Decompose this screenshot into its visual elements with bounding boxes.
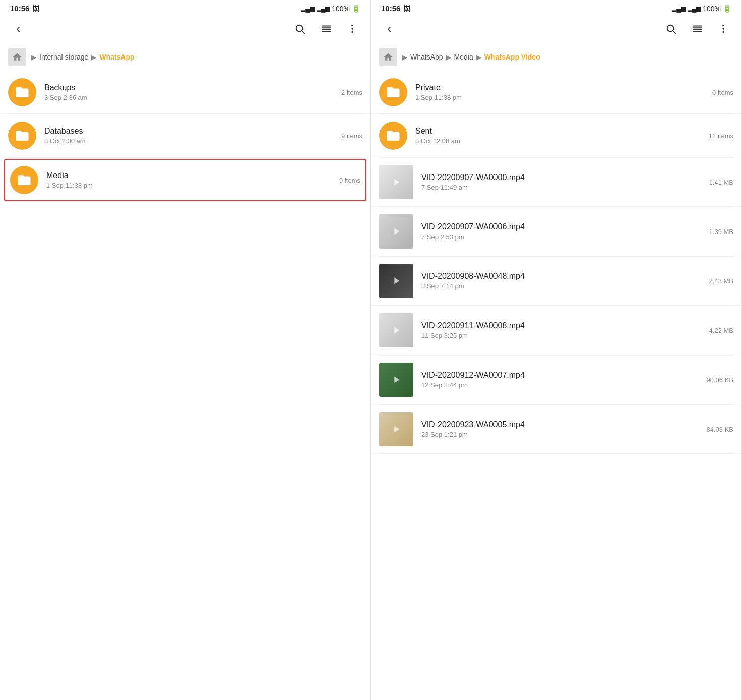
video-info-2: VID-20200908-WA0048.mp4 8 Sep 7:14 pm	[421, 272, 705, 290]
folder-sent[interactable]: Sent 8 Oct 12:08 am 12 items	[371, 114, 741, 157]
right-panel: 10:56 🖼 ▂▄▆ ▂▄▆ 100% 🔋 ‹	[371, 0, 742, 700]
left-status-bar: 10:56 🖼 ▂▄▆ ▂▄▆ 100% 🔋	[0, 0, 370, 15]
private-count: 0 items	[708, 89, 733, 96]
right-signal: ▂▄▆	[672, 5, 686, 12]
video-info-1: VID-20200907-WA0006.mp4 7 Sep 2:53 pm	[421, 222, 705, 241]
left-time: 10:56	[10, 4, 29, 13]
left-more-button[interactable]	[342, 19, 362, 39]
right-breadcrumb: ▶ WhatsApp ▶ Media ▶ WhatsApp Video	[371, 43, 741, 71]
private-folder-icon	[379, 78, 407, 106]
video-item-1[interactable]: VID-20200907-WA0006.mp4 7 Sep 2:53 pm 1.…	[371, 207, 741, 256]
video-name-3: VID-20200911-WA0008.mp4	[421, 321, 705, 330]
left-breadcrumb-active[interactable]: WhatsApp	[99, 53, 134, 61]
databases-folder-icon	[8, 122, 36, 150]
folder-media[interactable]: Media 1 Sep 11:38 pm 9 items	[4, 159, 366, 201]
video-thumb-4	[379, 363, 413, 397]
right-breadcrumb-active[interactable]: WhatsApp Video	[484, 53, 540, 61]
svg-point-17	[722, 31, 724, 33]
video-date-5: 23 Sep 1:21 pm	[421, 431, 703, 438]
right-breadcrumb-media[interactable]: Media	[454, 53, 473, 61]
backups-count: 2 items	[337, 89, 362, 96]
svg-point-7	[351, 28, 353, 29]
video-date-1: 7 Sep 2:53 pm	[421, 233, 705, 241]
backups-info: Backups 3 Sep 2:36 am	[44, 83, 337, 101]
right-home-icon[interactable]	[379, 48, 397, 66]
databases-date: 8 Oct 2:00 am	[44, 137, 337, 145]
right-screenshot-icon: 🖼	[403, 5, 410, 13]
video-info-3: VID-20200911-WA0008.mp4 11 Sep 3:25 pm	[421, 321, 705, 339]
left-search-button[interactable]	[290, 19, 310, 39]
video-item-4[interactable]: VID-20200912-WA0007.mp4 12 Sep 8:44 pm 9…	[371, 356, 741, 404]
svg-point-8	[351, 31, 353, 33]
right-more-button[interactable]	[713, 19, 733, 39]
left-signal: ▂▄▆	[301, 5, 315, 12]
left-signal2: ▂▄▆	[317, 5, 330, 12]
left-screenshot-icon: 🖼	[32, 5, 39, 13]
left-list-view-button[interactable]	[316, 19, 336, 39]
left-back-button[interactable]: ‹	[8, 19, 28, 39]
video-thumb-0	[379, 165, 413, 199]
databases-info: Databases 8 Oct 2:00 am	[44, 127, 337, 145]
video-size-3: 4.22 MB	[705, 327, 733, 334]
video-name-1: VID-20200907-WA0006.mp4	[421, 222, 705, 231]
video-name-2: VID-20200908-WA0048.mp4	[421, 272, 705, 281]
video-info-0: VID-20200907-WA0000.mp4 7 Sep 11:49 am	[421, 173, 705, 191]
right-breadcrumb-chevron2: ▶	[446, 53, 451, 61]
right-action-bar: ‹	[371, 15, 741, 43]
right-search-button[interactable]	[661, 19, 681, 39]
left-breadcrumb: ▶ Internal storage ▶ WhatsApp	[0, 43, 370, 71]
backups-name: Backups	[44, 83, 337, 92]
right-status-bar: 10:56 🖼 ▂▄▆ ▂▄▆ 100% 🔋	[371, 0, 741, 15]
folder-private[interactable]: Private 1 Sep 11:38 pm 0 items	[371, 71, 741, 114]
video-thumb-2	[379, 264, 413, 298]
svg-point-6	[351, 25, 353, 26]
folder-backups[interactable]: Backups 3 Sep 2:36 am 2 items	[0, 71, 370, 114]
video-size-2: 2.43 MB	[705, 277, 733, 285]
right-battery-icon: 🔋	[723, 5, 731, 13]
video-thumb-3	[379, 313, 413, 347]
video-name-5: VID-20200923-WA0005.mp4	[421, 420, 703, 429]
folder-databases[interactable]: Databases 8 Oct 2:00 am 9 items	[0, 114, 370, 157]
left-battery-icon: 🔋	[352, 5, 360, 13]
video-item-0[interactable]: VID-20200907-WA0000.mp4 7 Sep 11:49 am 1…	[371, 158, 741, 207]
private-name: Private	[415, 83, 708, 92]
left-file-list: Backups 3 Sep 2:36 am 2 items Databases …	[0, 71, 370, 700]
sent-date: 8 Oct 12:08 am	[415, 137, 705, 145]
right-breadcrumb-chevron1: ▶	[402, 53, 407, 61]
media-name: Media	[46, 171, 335, 180]
media-count: 9 items	[335, 177, 360, 184]
left-breadcrumb-internal[interactable]: Internal storage	[39, 53, 88, 61]
video-thumb-1	[379, 214, 413, 249]
video-item-3[interactable]: VID-20200911-WA0008.mp4 11 Sep 3:25 pm 4…	[371, 306, 741, 355]
video-thumb-5	[379, 412, 413, 446]
video-item-5[interactable]: VID-20200923-WA0005.mp4 23 Sep 1:21 pm 8…	[371, 405, 741, 454]
sent-name: Sent	[415, 127, 705, 136]
right-back-button[interactable]: ‹	[379, 19, 399, 39]
video-info-4: VID-20200912-WA0007.mp4 12 Sep 8:44 pm	[421, 371, 703, 389]
video-size-1: 1.39 MB	[705, 228, 733, 236]
video-item-2[interactable]: VID-20200908-WA0048.mp4 8 Sep 7:14 pm 2.…	[371, 257, 741, 306]
right-breadcrumb-whatsapp[interactable]: WhatsApp	[410, 53, 443, 61]
video-name-0: VID-20200907-WA0000.mp4	[421, 173, 705, 182]
left-home-icon[interactable]	[8, 48, 26, 66]
right-battery-pct: 100%	[703, 5, 721, 13]
right-list-view-button[interactable]	[687, 19, 707, 39]
svg-line-1	[302, 31, 304, 33]
left-action-bar: ‹	[0, 15, 370, 43]
left-panel: 10:56 🖼 ▂▄▆ ▂▄▆ 100% 🔋 ‹	[0, 0, 371, 700]
right-breadcrumb-chevron3: ▶	[476, 53, 481, 61]
sent-folder-icon	[379, 122, 407, 150]
private-date: 1 Sep 11:38 pm	[415, 94, 708, 101]
left-battery-pct: 100%	[332, 5, 350, 13]
svg-point-15	[722, 25, 724, 26]
video-date-4: 12 Sep 8:44 pm	[421, 381, 703, 389]
video-date-3: 11 Sep 3:25 pm	[421, 332, 705, 339]
media-info: Media 1 Sep 11:38 pm	[46, 171, 335, 189]
databases-count: 9 items	[337, 132, 362, 140]
left-breadcrumb-chevron2: ▶	[91, 53, 96, 61]
left-breadcrumb-chevron1: ▶	[31, 53, 36, 61]
media-folder-icon	[10, 166, 38, 194]
backups-date: 3 Sep 2:36 am	[44, 94, 337, 101]
media-date: 1 Sep 11:38 pm	[46, 182, 335, 189]
video-date-2: 8 Sep 7:14 pm	[421, 282, 705, 290]
